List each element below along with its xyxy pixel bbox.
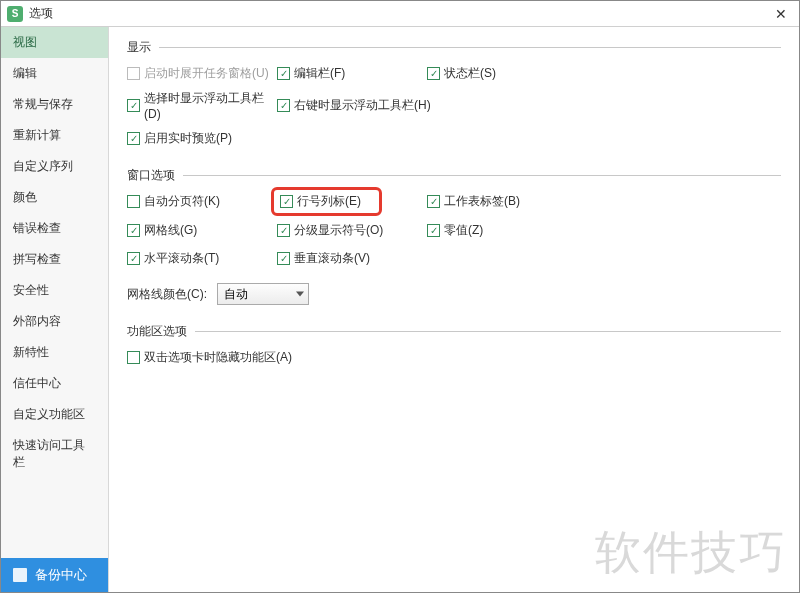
combo-grid-color[interactable]: 自动: [217, 283, 309, 305]
legend-ribbon: 功能区选项: [127, 323, 187, 340]
sidebar-item-0[interactable]: 视图: [1, 27, 108, 58]
backup-icon: [13, 568, 27, 582]
checkbox-page-break[interactable]: ✓: [127, 195, 140, 208]
label-zero: 零值(Z): [444, 222, 483, 239]
label-outline: 分级显示符号(O): [294, 222, 383, 239]
dialog-body: 视图编辑常规与保存重新计算自定义序列颜色错误检查拼写检查安全性外部内容新特性信任…: [1, 27, 799, 592]
divider: [159, 47, 781, 48]
checkbox-hscroll[interactable]: ✓: [127, 252, 140, 265]
label-row-col-headers: 行号列标(E): [297, 193, 361, 210]
app-icon: S: [7, 6, 23, 22]
sidebar-item-13[interactable]: 快速访问工具栏: [1, 430, 108, 478]
checkbox-vscroll[interactable]: ✓: [277, 252, 290, 265]
close-button[interactable]: ✕: [769, 2, 793, 26]
sidebar-item-12[interactable]: 自定义功能区: [1, 399, 108, 430]
chevron-down-icon: [296, 292, 304, 297]
checkbox-formula-bar[interactable]: ✓: [277, 67, 290, 80]
sidebar-item-2[interactable]: 常规与保存: [1, 89, 108, 120]
checkbox-float-rclick[interactable]: ✓: [277, 99, 290, 112]
label-hide-ribbon: 双击选项卡时隐藏功能区(A): [144, 349, 292, 366]
sidebar-item-6[interactable]: 错误检查: [1, 213, 108, 244]
fieldset-window-options: 窗口选项 ✓ 自动分页符(K) ✓ 行号列标(E): [127, 167, 781, 305]
label-vscroll: 垂直滚动条(V): [294, 250, 370, 267]
sidebar-item-3[interactable]: 重新计算: [1, 120, 108, 151]
fieldset-display: 显示 ✓ 启动时展开任务窗格(U) ✓ 编辑栏(F) ✓ 状态栏(S): [127, 39, 781, 149]
sidebar: 视图编辑常规与保存重新计算自定义序列颜色错误检查拼写检查安全性外部内容新特性信任…: [1, 27, 109, 592]
checkbox-sheet-tabs[interactable]: ✓: [427, 195, 440, 208]
sidebar-item-11[interactable]: 信任中心: [1, 368, 108, 399]
checkbox-row-col-headers[interactable]: ✓: [280, 195, 293, 208]
backup-label: 备份中心: [35, 566, 87, 584]
legend-display: 显示: [127, 39, 151, 56]
label-float-select: 选择时显示浮动工具栏(D): [144, 90, 277, 121]
content-panel: 显示 ✓ 启动时展开任务窗格(U) ✓ 编辑栏(F) ✓ 状态栏(S): [109, 27, 799, 592]
label-hscroll: 水平滚动条(T): [144, 250, 219, 267]
highlight-row-col-headers: ✓ 行号列标(E): [271, 187, 382, 216]
divider: [183, 175, 781, 176]
label-task-pane: 启动时展开任务窗格(U): [144, 65, 269, 82]
sidebar-item-1[interactable]: 编辑: [1, 58, 108, 89]
label-live-preview: 启用实时预览(P): [144, 130, 232, 147]
checkbox-zero[interactable]: ✓: [427, 224, 440, 237]
window-title: 选项: [29, 5, 769, 22]
checkbox-gridlines[interactable]: ✓: [127, 224, 140, 237]
sidebar-item-5[interactable]: 颜色: [1, 182, 108, 213]
sidebar-item-7[interactable]: 拼写检查: [1, 244, 108, 275]
sidebar-item-10[interactable]: 新特性: [1, 337, 108, 368]
label-page-break: 自动分页符(K): [144, 193, 220, 210]
checkbox-live-preview[interactable]: ✓: [127, 132, 140, 145]
label-gridlines: 网格线(G): [144, 222, 197, 239]
fieldset-ribbon: 功能区选项 ✓ 双击选项卡时隐藏功能区(A): [127, 323, 781, 368]
checkbox-float-select[interactable]: ✓: [127, 99, 140, 112]
sidebar-item-4[interactable]: 自定义序列: [1, 151, 108, 182]
titlebar: S 选项 ✕: [1, 1, 799, 27]
options-dialog: S 选项 ✕ 视图编辑常规与保存重新计算自定义序列颜色错误检查拼写检查安全性外部…: [0, 0, 800, 593]
backup-center-button[interactable]: 备份中心: [1, 558, 108, 592]
checkbox-task-pane: ✓: [127, 67, 140, 80]
checkbox-status-bar[interactable]: ✓: [427, 67, 440, 80]
checkbox-outline[interactable]: ✓: [277, 224, 290, 237]
label-status-bar: 状态栏(S): [444, 65, 496, 82]
label-formula-bar: 编辑栏(F): [294, 65, 345, 82]
divider: [195, 331, 781, 332]
checkbox-hide-ribbon[interactable]: ✓: [127, 351, 140, 364]
label-sheet-tabs: 工作表标签(B): [444, 193, 520, 210]
legend-winopts: 窗口选项: [127, 167, 175, 184]
sidebar-item-9[interactable]: 外部内容: [1, 306, 108, 337]
combo-grid-color-value: 自动: [224, 286, 248, 303]
sidebar-item-8[interactable]: 安全性: [1, 275, 108, 306]
label-grid-color: 网格线颜色(C):: [127, 286, 207, 303]
label-float-rclick: 右键时显示浮动工具栏(H): [294, 97, 431, 114]
